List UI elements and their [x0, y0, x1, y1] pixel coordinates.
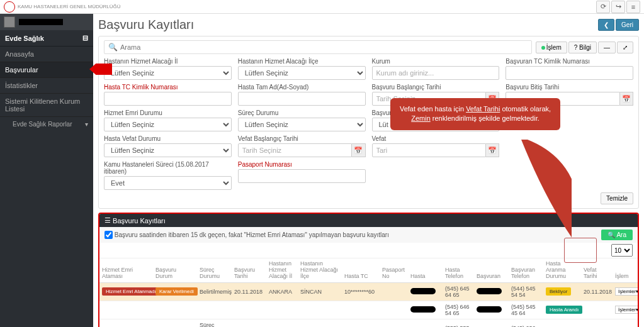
page-title: Başvuru Kayıtları [98, 18, 194, 32]
sidebar: Evde Sağlık ⊟ Anasayfa Başvurular İstati… [0, 14, 93, 327]
module-header[interactable]: Evde Sağlık ⊟ [0, 30, 93, 47]
table-row: Hizmet Emri AtanmadıOnaylandıSüreç Devam… [99, 319, 639, 327]
filter-text-input[interactable] [372, 66, 500, 80]
col-header[interactable]: Hizmet Emri Ataması [99, 258, 153, 282]
module-label: Evde Sağlık [5, 35, 44, 42]
filter-label: Kurum [372, 58, 500, 65]
table-row: (545) 646 54 65(545) 545 45 64Hasta Aran… [99, 301, 639, 319]
filter-label: Hasta TC Kimlik Numarası [104, 84, 232, 91]
back-chevron-button[interactable]: ❮ [598, 19, 614, 31]
collapse-filter-button[interactable]: — [598, 42, 616, 53]
search-icon: 🔍 [108, 43, 118, 52]
pending-only-checkbox[interactable] [105, 231, 113, 239]
filter-date-input[interactable] [238, 143, 352, 157]
filter-text-input[interactable] [506, 66, 633, 80]
pagesize-select[interactable]: 10 [611, 244, 633, 257]
user-name-redacted [19, 19, 63, 25]
table-row: Hizmet Emri AtanmadıKarar VerilmediBelir… [99, 282, 639, 301]
col-header[interactable]: Hasta Telefon [443, 258, 474, 282]
filter-text-input[interactable] [238, 169, 366, 183]
filter-label: Pasaport Numarası [238, 161, 366, 168]
filter-label: Hasta Vefat Durumu [104, 135, 232, 142]
search-button[interactable]: 🔍 Ara [601, 230, 633, 240]
basvuran-redacted [477, 306, 502, 313]
row-actions-button[interactable]: İşlemler▾ [615, 287, 639, 296]
hasta-redacted [410, 306, 436, 313]
filter-select[interactable]: Lütfen Seçiniz [104, 143, 232, 157]
col-header[interactable]: Hasta [408, 258, 443, 282]
filter-label: Başvuru Bitiş Tarihi [506, 84, 633, 91]
org-title: KAMU HASTANELERİ GENEL MÜDÜRLÜĞÜ [18, 4, 121, 9]
user-row [0, 14, 93, 30]
avatar [4, 16, 15, 28]
collapse-icon: ⊟ [82, 34, 88, 42]
filter-label: Başvuru Başlangıç Tarihi [372, 84, 500, 91]
durum-badge: Karar Verilmedi [155, 287, 198, 296]
main: Başvuru Kayıtları ❮ Geri 🔍 İşlem ? Bilgi… [93, 14, 644, 327]
sidebar-item-istatistikler[interactable]: İstatistikler [0, 78, 93, 94]
app-logo [4, 1, 15, 13]
filter-label: Hasta Tam Ad(Ad-Soyad) [238, 84, 366, 91]
results-panel: ☰ Başvuru Kayıtları Başvuru saatinden it… [98, 213, 639, 327]
col-header[interactable]: Başvuran [474, 258, 509, 282]
atama-badge: Hizmet Emri Atanmadı [102, 287, 160, 296]
sidebar-item-kilitlenen[interactable]: Sistemi Kilitlenen Kurum Listesi [0, 94, 93, 117]
col-header[interactable]: Hastanın Hizmet Alacağı İlçe [298, 258, 342, 282]
logout-icon[interactable]: ↪ [611, 1, 625, 13]
filter-select[interactable]: Lütfen Seçiniz [238, 118, 366, 131]
filter-select[interactable]: Lütfen Seçiniz [104, 118, 232, 131]
panel-title: Başvuru Kayıtları [113, 217, 166, 224]
filter-label: Hizmet Emri Durumu [104, 109, 232, 116]
hasta-redacted [410, 288, 436, 294]
refresh-icon[interactable]: ⟳ [596, 1, 610, 13]
col-header[interactable]: Süreç Durumu [197, 258, 232, 282]
results-table: Hizmet Emri AtamasıBaşvuru DurumSüreç Du… [99, 258, 639, 327]
sidebar-sub-raporlar[interactable]: Evde Sağlık Raporlar ▾ [0, 117, 93, 131]
filter-label: Kamu Hastaneleri Süreci (15.08.2017 itib… [104, 161, 232, 175]
calendar-icon[interactable]: 📅 [352, 143, 365, 157]
list-icon: ☰ [105, 216, 111, 224]
search-input[interactable] [120, 43, 528, 51]
col-header[interactable]: Vefat Tarihi [581, 258, 613, 282]
filter-text-input[interactable] [104, 92, 232, 106]
sidebar-item-basvurular[interactable]: Başvurular [0, 62, 93, 78]
filter-label: Vefat [372, 135, 500, 142]
col-header[interactable]: Pasaport No [380, 258, 408, 282]
basvuran-redacted [477, 288, 502, 294]
calendar-icon[interactable]: 📅 [486, 143, 499, 157]
filter-select[interactable]: Evet [104, 176, 232, 190]
search-field[interactable]: 🔍 [104, 40, 532, 54]
col-header[interactable]: İşlem [613, 258, 639, 282]
menu-icon[interactable]: ≡ [626, 1, 640, 13]
col-header[interactable]: Başvuru Tarihi [232, 258, 266, 282]
bilgi-button[interactable]: ? Bilgi [568, 42, 597, 53]
filter-select[interactable]: Lütfen Seçiniz [238, 66, 366, 80]
row-actions-button[interactable]: İşlemler▾ [615, 306, 639, 314]
filter-label: Vefat Başlangıç Tarihi [238, 135, 366, 142]
filter-select[interactable]: Lütfen Seçiniz [104, 66, 232, 80]
col-header[interactable]: Hasta Aranma Durumu [543, 258, 581, 282]
col-header[interactable]: Hasta TC [342, 258, 380, 282]
callout-box: Vefat eden hasta için Vefat Tarihi otoma… [390, 98, 560, 130]
filter-label: Süreç Durumu [238, 109, 366, 116]
calendar-icon[interactable]: 📅 [620, 92, 633, 106]
col-header[interactable]: Hastanın Hizmet Alacağı İl [266, 258, 298, 282]
arama-badge: Bekliyor [546, 287, 571, 296]
filter-label: Başvuran TC Kimlik Numarası [506, 58, 633, 65]
col-header[interactable]: Başvuran Telefon [509, 258, 543, 282]
filter-label: Hastanın Hizmet Alacağı İl [104, 58, 232, 65]
back-button[interactable]: Geri [616, 19, 639, 31]
pointer-arrow [89, 64, 112, 75]
arama-badge: Hasta Arandı [546, 306, 582, 314]
panel-note: Başvuru saatinden itibaren 15 dk geçen, … [115, 231, 389, 238]
filter-label: Hastanın Hizmet Alacağı İlçe [238, 58, 366, 65]
col-header[interactable]: Başvuru Durum [153, 258, 197, 282]
clear-button[interactable]: Temizle [601, 192, 633, 204]
expand-filter-button[interactable]: ⤢ [617, 42, 633, 53]
sidebar-item-anasayfa[interactable]: Anasayfa [0, 47, 93, 62]
filter-text-input[interactable] [238, 92, 366, 106]
filter-date-input[interactable] [372, 143, 486, 157]
islem-button[interactable]: İşlem [536, 42, 567, 53]
topbar: KAMU HASTANELERİ GENEL MÜDÜRLÜĞÜ ⟳ ↪ ≡ [0, 0, 644, 14]
